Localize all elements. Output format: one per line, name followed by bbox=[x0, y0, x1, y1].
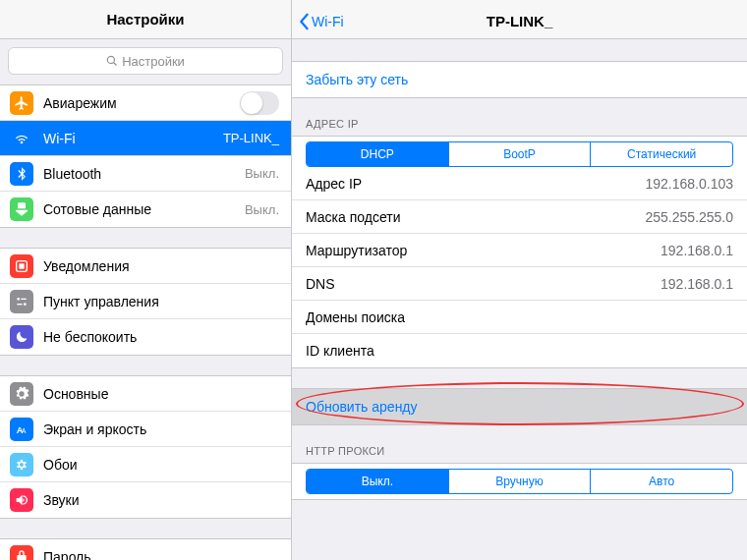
ip-section-label: АДРЕС IP bbox=[292, 98, 747, 136]
sidebar-item-label: Экран и яркость bbox=[43, 421, 279, 437]
sidebar-item-label: Wi-Fi bbox=[43, 131, 223, 146]
svg-point-6 bbox=[19, 462, 24, 467]
ip-mode-segment[interactable]: DHCPBootPСтатический bbox=[306, 141, 733, 167]
control-icon bbox=[10, 290, 33, 313]
back-button[interactable]: Wi-Fi bbox=[298, 13, 344, 30]
ip-row[interactable]: Маршрутизатор192.168.0.1 bbox=[292, 234, 747, 267]
cellular-icon bbox=[10, 197, 33, 221]
cell-label: Домены поиска bbox=[306, 309, 733, 325]
svg-rect-1 bbox=[19, 263, 24, 268]
sidebar-item-wallpaper[interactable]: Обои bbox=[0, 447, 291, 482]
svg-point-12 bbox=[17, 461, 20, 464]
sidebar-item-label: Пароль bbox=[43, 549, 279, 561]
airplane-icon bbox=[10, 91, 33, 115]
segment-option[interactable]: Вручную bbox=[449, 470, 592, 493]
sidebar-item-gear[interactable]: Основные bbox=[0, 376, 291, 412]
sidebar-item-label: Пункт управления bbox=[43, 294, 279, 309]
detail-header: Wi-Fi TP-LINK_ bbox=[292, 0, 747, 39]
proxy-mode-segment[interactable]: Выкл.ВручнуюАвто bbox=[306, 469, 733, 494]
sidebar-item-value: TP-LINK_ bbox=[223, 131, 279, 145]
cell-label: Адрес IP bbox=[306, 176, 645, 192]
proxy-section-label: HTTP ПРОКСИ bbox=[292, 425, 747, 463]
sidebar-item-label: Bluetooth bbox=[43, 166, 245, 182]
sidebar-item-cellular[interactable]: Сотовые данныеВыкл. bbox=[0, 192, 291, 227]
sidebar-item-notifications[interactable]: Уведомления bbox=[0, 249, 291, 284]
svg-point-11 bbox=[17, 465, 20, 468]
notifications-icon bbox=[10, 254, 33, 278]
cell-value: 192.168.0.103 bbox=[645, 176, 733, 192]
sidebar-item-label: Не беспокоить bbox=[43, 329, 279, 345]
cell-value: 255.255.255.0 bbox=[645, 209, 733, 225]
segment-option[interactable]: Статический bbox=[591, 142, 732, 166]
svg-point-3 bbox=[24, 303, 27, 306]
ip-row[interactable]: Домены поиска bbox=[292, 301, 747, 334]
sidebar-item-label: Основные bbox=[43, 386, 279, 402]
svg-point-9 bbox=[24, 465, 27, 468]
sidebar-item-airplane[interactable]: Авиарежим bbox=[0, 85, 291, 121]
sidebar-item-moon[interactable]: Не беспокоить bbox=[0, 319, 291, 355]
gear-icon bbox=[10, 382, 33, 406]
moon-icon bbox=[10, 325, 33, 349]
svg-text:A: A bbox=[22, 427, 27, 434]
segment-option[interactable]: BootP bbox=[449, 142, 592, 166]
renew-lease-button[interactable]: Обновить аренду bbox=[292, 389, 747, 424]
toggle-switch[interactable] bbox=[240, 91, 279, 115]
sidebar-item-sounds[interactable]: Звуки bbox=[0, 482, 291, 518]
sidebar-item-value: Выкл. bbox=[245, 166, 279, 181]
segment-option[interactable]: DHCP bbox=[307, 142, 449, 166]
sidebar-item-bluetooth[interactable]: BluetoothВыкл. bbox=[0, 156, 291, 192]
search-placeholder: Настройки bbox=[122, 54, 185, 69]
forget-network-button[interactable]: Забыть эту сеть bbox=[292, 62, 747, 97]
sidebar: Настройки Настройки АвиарежимWi-FiTP-LIN… bbox=[0, 0, 292, 560]
svg-point-8 bbox=[24, 461, 27, 464]
cell-label: DNS bbox=[306, 276, 661, 292]
cell-value: 192.168.0.1 bbox=[661, 276, 733, 292]
cell-label: Маска подсети bbox=[306, 209, 645, 225]
sidebar-item-label: Звуки bbox=[43, 492, 279, 508]
ip-row[interactable]: DNS192.168.0.1 bbox=[292, 267, 747, 301]
sidebar-item-label: Сотовые данные bbox=[43, 201, 245, 217]
chevron-left-icon bbox=[298, 13, 310, 30]
svg-point-2 bbox=[17, 298, 20, 301]
cell-value: 192.168.0.1 bbox=[661, 243, 733, 258]
sidebar-item-control[interactable]: Пункт управления bbox=[0, 284, 291, 319]
search-icon bbox=[106, 55, 118, 67]
sidebar-item-label: Авиарежим bbox=[43, 95, 240, 111]
svg-point-10 bbox=[21, 467, 24, 470]
detail-title: TP-LINK_ bbox=[487, 13, 553, 29]
sidebar-item-display[interactable]: AAЭкран и яркость bbox=[0, 412, 291, 447]
search-input[interactable]: Настройки bbox=[8, 47, 283, 75]
wallpaper-icon bbox=[10, 453, 33, 476]
sidebar-item-value: Выкл. bbox=[245, 202, 279, 217]
ip-row[interactable]: Маска подсети255.255.255.0 bbox=[292, 200, 747, 234]
sidebar-header: Настройки bbox=[0, 0, 291, 39]
svg-point-7 bbox=[21, 459, 24, 462]
sidebar-title: Настройки bbox=[106, 11, 184, 28]
lock-icon bbox=[10, 545, 33, 561]
wifi-icon bbox=[10, 127, 33, 150]
cell-label: ID клиента bbox=[306, 343, 733, 359]
sidebar-item-lock[interactable]: Пароль bbox=[0, 539, 291, 560]
detail-pane: 15:35 47 % Wi-Fi TP-LINK_ Забыть эту сет… bbox=[292, 0, 747, 560]
sounds-icon bbox=[10, 488, 33, 512]
ip-row[interactable]: Адрес IP192.168.0.103 bbox=[292, 167, 747, 200]
bluetooth-icon bbox=[10, 162, 33, 186]
segment-option[interactable]: Авто bbox=[591, 470, 732, 493]
sidebar-item-wifi[interactable]: Wi-FiTP-LINK_ bbox=[0, 121, 291, 156]
sidebar-item-label: Уведомления bbox=[43, 258, 279, 274]
segment-option[interactable]: Выкл. bbox=[307, 470, 449, 493]
cell-label: Маршрутизатор bbox=[306, 243, 661, 258]
sidebar-item-label: Обои bbox=[43, 457, 279, 473]
ip-row[interactable]: ID клиента bbox=[292, 334, 747, 367]
display-icon: AA bbox=[10, 418, 33, 441]
